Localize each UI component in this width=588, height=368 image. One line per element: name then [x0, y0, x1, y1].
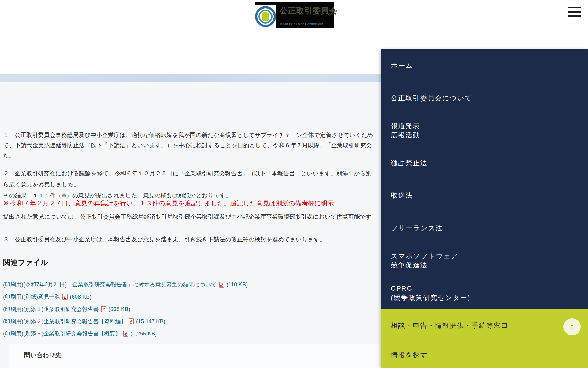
menu-item-consultation-desk[interactable]: 相談・申告・情報提供・手続等窓口	[381, 309, 588, 342]
pdf-size[interactable]: (608 KB)	[70, 294, 92, 300]
logo-title-en: Japan Fair Trade Commission	[280, 22, 337, 26]
menu-item-cprc[interactable]: CPRC (競争政策研究センター)	[381, 277, 588, 309]
pdf-icon	[123, 331, 128, 337]
pdf-link[interactable]: (印刷用)(別添１)企業取引研究会報告書	[3, 305, 99, 313]
pdf-icon	[101, 306, 106, 312]
pdf-size[interactable]: (110 KB)	[226, 282, 248, 288]
hamburger-bar	[568, 11, 581, 13]
pdf-link[interactable]: (印刷用)(令和7年2月21日)「企業取引研究会報告書」に対する意見募集の結果に…	[3, 281, 217, 288]
logo-title-jp: 公正取引委員会	[280, 6, 337, 16]
pdf-link[interactable]: (印刷用)(別添２)企業取引研究会報告書【資料編】	[3, 318, 126, 325]
pdf-size[interactable]: (15,147 KB)	[136, 318, 165, 325]
hamburger-bar	[568, 15, 581, 17]
menu-item-freelance-act[interactable]: フリーランス法	[381, 212, 588, 244]
menu-item-press-pr[interactable]: 報道発表 広報活動	[381, 114, 588, 147]
pdf-icon	[129, 318, 134, 324]
jftc-logo[interactable]: 公正取引委員会 Japan Fair Trade Commission	[255, 2, 334, 28]
navigation-menu-panel: ホーム 公正取引委員会について 報道発表 広報活動 独占禁止法 取適法 フリーラ…	[381, 49, 588, 368]
pdf-icon	[62, 294, 68, 300]
back-to-top-button[interactable]: ↑	[564, 318, 581, 335]
menu-item-antimonopoly-act[interactable]: 独占禁止法	[381, 147, 588, 179]
menu-item-home[interactable]: ホーム	[381, 49, 588, 82]
logo-text: 公正取引委員会 Japan Fair Trade Commission	[276, 2, 341, 28]
pdf-icon	[219, 282, 224, 288]
pdf-link[interactable]: (印刷用)(別添３)企業取引研究会報告書【概要】	[3, 330, 121, 337]
up-arrow-icon: ↑	[570, 322, 574, 332]
hamburger-menu-icon[interactable]	[568, 7, 581, 17]
pdf-size[interactable]: (1,256 KB)	[130, 331, 157, 337]
menu-item-find-information[interactable]: 情報を探す	[381, 342, 588, 368]
hamburger-bar	[568, 7, 581, 8]
pdf-size[interactable]: (608 KB)	[108, 306, 130, 312]
jftc-emblem-icon	[255, 5, 276, 28]
menu-item-torite-act[interactable]: 取適法	[381, 179, 588, 212]
menu-item-about-jftc[interactable]: 公正取引委員会について	[381, 82, 588, 114]
menu-item-smartphone-software-act[interactable]: スマホソフトウェア 競争促進法	[381, 244, 588, 277]
pdf-link[interactable]: (印刷用)(別紙)意見一覧	[3, 293, 60, 301]
